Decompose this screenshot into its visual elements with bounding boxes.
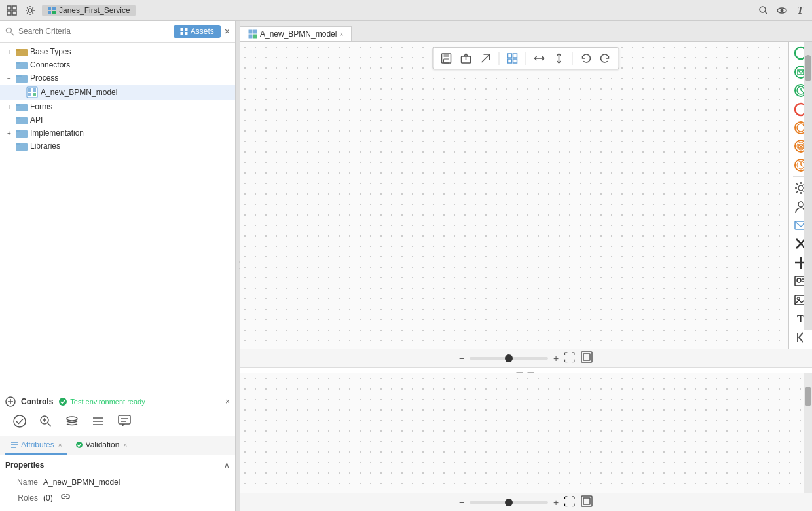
validation-icon <box>75 441 83 449</box>
svg-rect-26 <box>28 88 31 92</box>
svg-line-14 <box>11 33 14 35</box>
svg-point-13 <box>7 28 12 33</box>
prop-roles-row: Roles (0) <box>5 489 230 506</box>
tree-item-process[interactable]: − Process <box>0 71 235 85</box>
svg-rect-22 <box>16 62 20 64</box>
tab-bpmn-model[interactable]: A_new_BPMN_model × <box>240 26 352 41</box>
eye-icon[interactable] <box>775 4 788 17</box>
font-icon[interactable]: T <box>794 4 807 17</box>
svg-point-47 <box>67 417 77 421</box>
attr-tabs: Attributes × Validation × <box>0 436 235 455</box>
search-close[interactable]: × <box>225 26 230 37</box>
attributes-tab-close[interactable]: × <box>58 442 62 449</box>
svg-point-9 <box>760 7 766 12</box>
grid-icon[interactable] <box>5 4 18 17</box>
bottom-zoom-handle[interactable] <box>505 499 513 506</box>
validation-tab-close[interactable]: × <box>123 442 127 449</box>
bottom-v-scrollbar[interactable] <box>804 373 812 493</box>
prop-name-row: Name A_new_BPMN_model <box>5 475 230 489</box>
zoom-fit-btn[interactable]: ⛶ <box>564 351 576 365</box>
ctrl-list-icon[interactable] <box>89 412 107 430</box>
toolbar-separator-3 <box>572 52 573 65</box>
link-btn[interactable] <box>478 50 494 66</box>
zoom-handle[interactable] <box>505 354 513 362</box>
zoom-plus-btn[interactable]: + <box>553 353 559 364</box>
bottom-zoom-slider[interactable] <box>470 501 548 504</box>
svg-line-82 <box>801 90 803 92</box>
zoom-slider[interactable] <box>470 357 548 360</box>
tree-item-api[interactable]: API <box>0 113 235 126</box>
left-panel: Assets × + Base Types Connectors − Proce… <box>0 21 236 511</box>
tree-item-libraries[interactable]: Libraries <box>0 140 235 153</box>
tree-item-connectors[interactable]: Connectors <box>0 58 235 71</box>
collapse-btn[interactable]: ∧ <box>224 461 230 470</box>
zoom-expand-btn[interactable] <box>581 351 593 365</box>
tab-validation[interactable]: Validation × <box>70 436 133 455</box>
controls-close-btn[interactable]: × <box>225 397 230 406</box>
implementation-label: Implementation <box>30 128 84 138</box>
diagram-canvas[interactable] <box>240 42 788 349</box>
settings-icon[interactable] <box>24 4 37 17</box>
tab-attributes[interactable]: Attributes × <box>5 436 67 455</box>
bottom-inner <box>240 373 812 493</box>
svg-rect-59 <box>253 30 257 34</box>
controls-panel: Controls Test environment ready × <box>0 392 235 436</box>
svg-point-4 <box>28 9 32 12</box>
search-input[interactable] <box>18 27 170 36</box>
ctrl-check-icon[interactable] <box>10 412 29 430</box>
svg-point-57 <box>76 442 83 448</box>
folder-connectors-icon <box>16 60 28 69</box>
fit-vertical-btn[interactable] <box>551 50 567 66</box>
save-btn[interactable] <box>439 50 454 66</box>
controls-icons-bar <box>5 411 230 432</box>
tab-close-btn[interactable]: × <box>339 31 343 38</box>
undo-btn[interactable] <box>578 50 594 66</box>
bottom-zoom-plus[interactable]: + <box>553 497 559 508</box>
ctrl-layers-icon[interactable] <box>63 412 81 430</box>
attributes-icon <box>10 441 18 449</box>
drag-handle[interactable]: — — <box>240 368 812 373</box>
base-types-label: Base Types <box>30 47 71 56</box>
roles-label: Roles <box>5 493 38 502</box>
svg-rect-17 <box>180 32 183 35</box>
status-text: Test environment ready <box>70 398 145 406</box>
svg-rect-8 <box>52 11 56 14</box>
api-label: API <box>30 115 43 124</box>
search-icon <box>5 27 14 36</box>
service-tab[interactable]: Janes_First_Service <box>42 5 136 16</box>
svg-point-101 <box>797 278 801 282</box>
bottom-zoom-minus[interactable]: − <box>459 497 464 508</box>
canvas-v-scrollbar[interactable] <box>804 42 812 330</box>
tree-item-implementation[interactable]: + Implementation <box>0 126 235 140</box>
redo-btn[interactable] <box>598 50 614 66</box>
tree-item-bpmn-model[interactable]: A_new_BPMN_model <box>0 85 235 100</box>
bottom-zoom-fit[interactable]: ⛶ <box>564 495 576 509</box>
assets-button[interactable]: Assets <box>174 25 221 38</box>
ctrl-chat-icon[interactable] <box>115 412 134 430</box>
tree-item-forms[interactable]: + Forms <box>0 100 235 113</box>
bottom-zoom-expand[interactable] <box>581 495 593 509</box>
svg-rect-16 <box>185 28 188 31</box>
tree-item-base-types[interactable]: + Base Types <box>0 45 235 58</box>
svg-rect-61 <box>253 35 257 39</box>
toolbar-separator-1 <box>499 52 500 65</box>
bottom-canvas[interactable] <box>240 373 804 493</box>
forms-label: Forms <box>30 102 52 111</box>
svg-point-85 <box>797 124 805 132</box>
bottom-v-scroll-thumb[interactable] <box>805 387 811 406</box>
roles-link-icon[interactable] <box>61 492 70 503</box>
svg-line-67 <box>482 54 490 62</box>
zoom-minus-btn[interactable]: − <box>459 353 464 364</box>
svg-rect-15 <box>180 28 183 31</box>
libraries-label: Libraries <box>30 142 60 151</box>
ctrl-search-icon[interactable] <box>37 412 55 430</box>
process-label: Process <box>30 73 58 83</box>
grid-toggle-btn[interactable] <box>505 50 521 66</box>
search-top-icon[interactable] <box>757 4 770 17</box>
attributes-tab-label: Attributes <box>21 440 54 449</box>
svg-line-10 <box>765 12 767 14</box>
share-btn[interactable] <box>458 50 474 66</box>
fit-horizontal-btn[interactable] <box>532 50 547 66</box>
shape-collapse-panel[interactable] <box>791 328 811 345</box>
v-scroll-thumb[interactable] <box>805 55 811 81</box>
